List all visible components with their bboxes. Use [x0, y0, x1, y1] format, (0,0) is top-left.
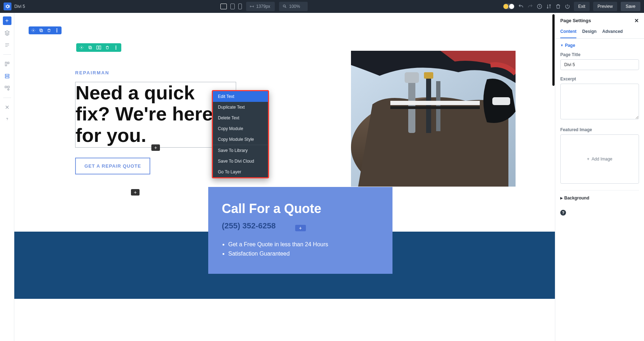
ctx-edit-text[interactable]: Edit Text	[213, 91, 268, 102]
svg-point-31	[116, 47, 117, 48]
svg-point-9	[33, 30, 34, 31]
row-more-icon[interactable]	[113, 45, 118, 50]
history-icon[interactable]	[537, 4, 542, 9]
add-row-button[interactable]: +	[131, 189, 140, 196]
svg-rect-11	[40, 29, 42, 31]
list-icon[interactable]	[3, 41, 11, 49]
ctx-duplicate-text[interactable]: Duplicate Text	[213, 102, 268, 113]
sort-icon[interactable]	[546, 4, 552, 9]
page-settings-icon[interactable]	[4, 3, 11, 10]
scrollbar-thumb[interactable]	[552, 14, 555, 86]
grid-mode-icon[interactable]	[3, 84, 11, 93]
quote-add-button[interactable]: +	[295, 225, 306, 231]
help-badge-icon[interactable]: ?	[560, 210, 566, 216]
undo-icon[interactable]	[518, 4, 524, 9]
list-item: Satisfaction Guaranteed	[228, 249, 379, 258]
quote-card-title: Call For a Quote	[222, 201, 379, 216]
ctx-save-library[interactable]: Save To Library	[213, 145, 268, 156]
page-title-input[interactable]	[560, 59, 639, 70]
excerpt-label: Excerpt	[560, 76, 639, 81]
section-more-icon[interactable]	[54, 28, 59, 33]
eyebrow-text: REPAIRMAN	[75, 70, 236, 75]
zoom-value: 100%	[289, 4, 300, 9]
caret-down-icon: ▼	[560, 44, 564, 47]
ctx-delete-text[interactable]: Delete Text	[213, 113, 268, 123]
hero-image	[351, 51, 516, 187]
list-item: Get a Free Quote in less than 24 Hours	[228, 240, 379, 249]
add-element-button[interactable]: +	[3, 16, 11, 25]
zoom-input[interactable]: 100%	[279, 2, 308, 11]
svg-rect-4	[5, 74, 9, 76]
svg-rect-20	[424, 72, 433, 79]
canvas[interactable]: REPAIRMAN Need a quick fix? We're here f…	[14, 13, 555, 341]
tab-advanced[interactable]: Advanced	[602, 27, 623, 38]
ctx-save-divi-cloud[interactable]: Save To Divi Cloud	[213, 156, 268, 167]
trash-icon[interactable]	[555, 4, 561, 9]
svg-rect-24	[492, 97, 510, 105]
ctx-go-to-layer[interactable]: Go To Layer	[213, 167, 268, 177]
group-page[interactable]: ▼ Page	[560, 43, 639, 48]
group-background[interactable]: ▶ Background	[560, 190, 639, 206]
plus-icon: +	[587, 157, 589, 162]
svg-rect-6	[5, 86, 7, 88]
tab-design[interactable]: Design	[582, 27, 596, 38]
svg-rect-3	[8, 62, 9, 64]
wireframe-icon[interactable]	[3, 60, 11, 68]
svg-point-32	[116, 49, 117, 50]
hero-section: REPAIRMAN Need a quick fix? We're here f…	[14, 13, 555, 270]
tools-icon[interactable]	[3, 103, 11, 112]
desktop-viewport-button[interactable]	[220, 4, 227, 9]
power-icon[interactable]	[565, 4, 570, 9]
section-delete-icon[interactable]	[47, 28, 52, 33]
ctx-copy-module-style[interactable]: Copy Module Style	[213, 134, 268, 145]
svg-rect-2	[5, 62, 6, 66]
redo-icon[interactable]	[527, 4, 533, 9]
svg-rect-23	[390, 106, 480, 109]
page-name: Divi 5	[14, 4, 25, 9]
row-toolbar	[76, 43, 121, 52]
section-toolbar	[29, 26, 62, 34]
panel-body: ▼ Page Page Title Excerpt Featured Image…	[555, 39, 644, 341]
svg-rect-28	[97, 46, 98, 49]
group-page-label: Page	[565, 43, 575, 48]
ctx-copy-module[interactable]: Copy Module	[213, 123, 268, 134]
topbar-right: Exit Preview Save	[503, 2, 640, 11]
row-settings-icon[interactable]	[79, 45, 84, 50]
phone-viewport-button[interactable]	[238, 4, 242, 9]
row-delete-icon[interactable]	[105, 45, 110, 50]
layers-icon[interactable]	[3, 29, 11, 37]
left-sidebar: +	[0, 13, 14, 341]
row-duplicate-icon[interactable]	[88, 45, 93, 50]
cta-button[interactable]: GET A REPAIR QUOTE	[75, 158, 150, 174]
exit-button[interactable]: Exit	[574, 2, 590, 11]
section-duplicate-icon[interactable]	[39, 28, 44, 33]
svg-point-0	[283, 5, 285, 7]
excerpt-textarea[interactable]	[560, 84, 639, 119]
headline-text: Need a quick fix? We're here for you.	[75, 82, 234, 146]
tablet-viewport-button[interactable]	[230, 4, 235, 9]
topbar-left: Divi 5	[4, 3, 25, 10]
page-content: REPAIRMAN Need a quick fix? We're here f…	[14, 13, 555, 270]
save-button[interactable]: Save	[621, 2, 640, 11]
canvas-width-input[interactable]: 1379px	[246, 2, 275, 11]
close-icon[interactable]: ✕	[634, 18, 639, 23]
toggle-handle	[509, 4, 514, 9]
topbar-center: 1379px 100%	[220, 2, 308, 11]
tab-content[interactable]: Content	[560, 27, 576, 38]
add-image-box[interactable]: + Add Image	[560, 134, 639, 184]
section-settings-icon[interactable]	[31, 28, 36, 33]
svg-rect-7	[8, 86, 9, 88]
help-icon[interactable]	[3, 115, 11, 124]
theme-toggle[interactable]	[503, 4, 514, 9]
group-background-label: Background	[564, 196, 589, 201]
quote-card: Call For a Quote + (255) 352-6258 Get a …	[208, 187, 392, 274]
preview-button[interactable]: Preview	[593, 2, 617, 11]
click-mode-icon[interactable]	[3, 72, 11, 80]
svg-rect-22	[390, 101, 480, 105]
svg-rect-27	[89, 46, 91, 48]
row-columns-icon[interactable]	[96, 45, 101, 50]
canvas-width-value: 1379px	[256, 4, 270, 9]
svg-point-30	[116, 46, 117, 47]
add-module-button[interactable]: +	[151, 144, 160, 151]
top-bar: Divi 5 1379px 100% Exit Preview Save	[0, 0, 644, 13]
